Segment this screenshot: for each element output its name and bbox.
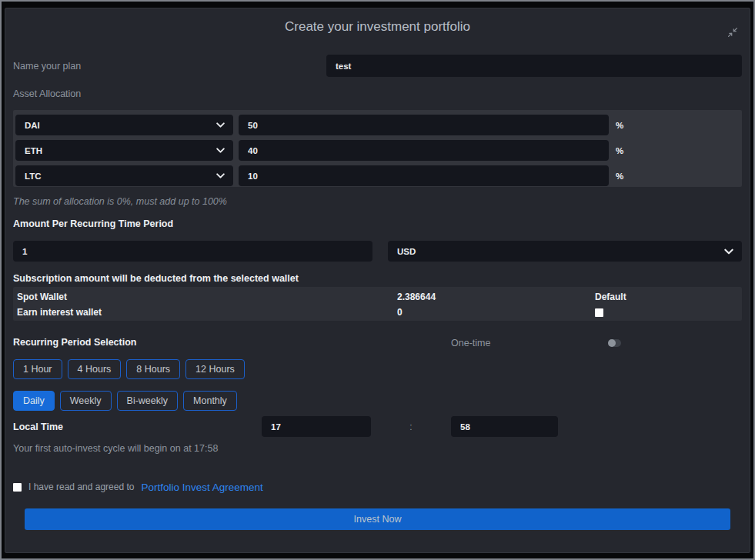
plan-name-label: Name your plan — [13, 61, 326, 72]
period-option-monthly[interactable]: Monthly — [183, 391, 237, 411]
asset-allocation-panel: DAI % ETH % LTC % — [13, 110, 742, 187]
hour-option-12h[interactable]: 12 Hours — [185, 359, 245, 379]
amount-label: Amount Per Recurring Time Period — [13, 218, 742, 230]
recurring-period-label: Recurring Period Selection — [13, 337, 136, 348]
toggle-knob — [608, 339, 616, 347]
percent-symbol: % — [616, 146, 623, 155]
hour-option-4h[interactable]: 4 Hours — [68, 359, 122, 379]
wallet-table: Spot Wallet 2.386644 Default Earn intere… — [13, 287, 742, 321]
wallet-name: Earn interest wallet — [17, 307, 397, 318]
wallet-section-label: Subscription amount will be deducted fro… — [13, 273, 742, 285]
hour-input[interactable] — [262, 416, 371, 437]
plan-name-row: Name your plan — [13, 55, 742, 77]
percent-symbol: % — [616, 121, 623, 130]
invest-now-button[interactable]: Invest Now — [25, 508, 730, 530]
wallet-balance: 2.386644 — [397, 292, 595, 302]
asset-select-value: LTC — [25, 172, 42, 181]
asset-allocation-label: Asset Allocation — [13, 88, 742, 100]
agreement-row: I have read and agreed to Portfolio Inve… — [13, 482, 742, 492]
hour-options-row: 1 Hour 4 Hours 8 Hours 12 Hours — [13, 359, 742, 379]
time-separator: : — [371, 422, 451, 432]
agreement-text: I have read and agreed to — [28, 482, 134, 492]
recurring-period-row: Recurring Period Selection One-time — [13, 336, 742, 350]
period-option-biweekly[interactable]: Bi-weekly — [117, 391, 179, 411]
table-row[interactable]: Spot Wallet 2.386644 Default — [17, 289, 742, 305]
hour-option-8h[interactable]: 8 Hours — [126, 359, 180, 379]
wallet-name: Spot Wallet — [17, 292, 397, 302]
first-cycle-note: Your first auto-invest cycle will begin … — [13, 443, 742, 455]
wallet-balance: 0 — [397, 307, 595, 318]
local-time-row: Local Time : — [13, 416, 742, 437]
currency-select[interactable]: USD — [388, 241, 742, 262]
amount-input[interactable] — [13, 241, 372, 262]
plan-name-input[interactable] — [326, 55, 742, 77]
dialog-title: Create your investment portfolio — [13, 18, 742, 35]
wallet-default-cell — [595, 308, 742, 317]
asset-select-value: DAI — [25, 121, 40, 130]
minute-input[interactable] — [451, 416, 558, 437]
period-option-weekly[interactable]: Weekly — [60, 391, 112, 411]
hour-option-1h[interactable]: 1 Hour — [13, 359, 62, 379]
asset-select[interactable]: LTC — [15, 165, 233, 186]
asset-select[interactable]: DAI — [15, 115, 233, 135]
local-time-label: Local Time — [13, 422, 262, 432]
chevron-down-icon — [215, 171, 225, 181]
chevron-down-icon — [215, 120, 225, 130]
currency-select-value: USD — [397, 247, 416, 256]
allocation-row: ETH % — [15, 140, 740, 161]
table-row[interactable]: Earn interest wallet 0 — [17, 305, 742, 320]
default-wallet-checkbox[interactable] — [595, 308, 603, 317]
collapse-icon[interactable] — [727, 27, 738, 38]
chevron-down-icon — [723, 246, 734, 257]
period-options-row: Daily Weekly Bi-weekly Monthly — [13, 391, 742, 411]
allocation-percent-input[interactable] — [239, 165, 609, 186]
asset-select-value: ETH — [25, 146, 42, 155]
allocation-row: LTC % — [15, 165, 740, 186]
one-time-toggle[interactable] — [608, 339, 621, 347]
agreement-link[interactable]: Portfolio Invest Agreement — [141, 482, 262, 493]
allocation-row: DAI % — [15, 115, 740, 135]
one-time-label: One-time — [451, 338, 490, 348]
asset-select[interactable]: ETH — [15, 140, 233, 161]
chevron-down-icon — [215, 145, 225, 155]
period-option-daily[interactable]: Daily — [13, 391, 55, 411]
amount-row: USD — [13, 241, 742, 262]
screen: Create your investment portfolio Name yo… — [0, 0, 755, 560]
percent-symbol: % — [616, 172, 623, 181]
allocation-sum-note: The sum of allocation is 0%, must add up… — [13, 196, 742, 208]
allocation-percent-input[interactable] — [239, 140, 609, 161]
wallet-default-header: Default — [595, 292, 742, 302]
agreement-checkbox[interactable] — [13, 483, 22, 492]
allocation-percent-input[interactable] — [239, 115, 609, 135]
create-portfolio-dialog: Create your investment portfolio Name yo… — [5, 8, 750, 553]
